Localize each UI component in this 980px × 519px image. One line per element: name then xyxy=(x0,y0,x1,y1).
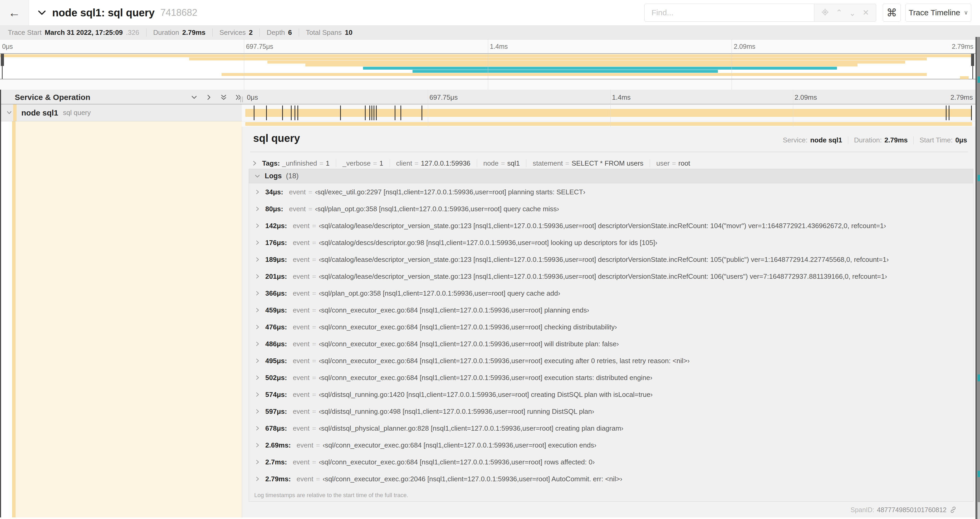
log-event-marker xyxy=(254,105,255,120)
trace-title: node sql1: sql query xyxy=(52,7,154,19)
log-field-value: ‹sql/conn_executor_exec.go:684 [nsql1,cl… xyxy=(319,458,595,466)
log-event-marker xyxy=(374,105,374,120)
find-input[interactable] xyxy=(644,4,814,22)
minimap-span xyxy=(0,54,973,57)
tag-divider xyxy=(526,159,527,167)
log-row[interactable]: 80μs:event=‹sql/plan_opt.go:358 [nsql1,c… xyxy=(249,200,973,217)
right-edge-scrollbar[interactable] xyxy=(975,37,980,519)
chevron-right-icon xyxy=(255,189,265,195)
log-row[interactable]: 678μs:event=‹sql/distsql_physical_planne… xyxy=(249,420,973,437)
deep-link-icon[interactable] xyxy=(949,506,957,514)
tag-item[interactable]: user=root xyxy=(656,159,690,168)
log-row[interactable]: 2.79ms:event=‹sql/conn_executor_exec.go:… xyxy=(249,471,973,487)
minimap-span xyxy=(221,73,927,76)
trace-summary-bar: Trace StartMarch 31 2022, 17:25:09.326Du… xyxy=(0,26,980,40)
meta-divider xyxy=(848,136,848,144)
log-field-name: event xyxy=(293,323,310,331)
log-field-value: ‹sql/catalog/lease/descriptor_version_st… xyxy=(319,256,889,264)
minimap-span xyxy=(412,70,718,73)
log-row[interactable]: 176μs:event=‹sql/catalog/descs/descripto… xyxy=(249,234,973,251)
log-row[interactable]: 142μs:event=‹sql/catalog/lease/descripto… xyxy=(249,217,973,234)
keyboard-shortcuts-button[interactable]: ⌘ xyxy=(883,4,901,22)
minimap-viewport-end-knob[interactable] xyxy=(971,54,974,66)
log-row[interactable]: 2.7ms:event=‹sql/conn_executor_exec.go:6… xyxy=(249,454,973,471)
tag-item[interactable]: statement=SELECT * FROM users xyxy=(533,159,643,168)
log-event-marker xyxy=(376,105,377,120)
log-row[interactable]: 574μs:event=‹sql/distsql_running.go:1420… xyxy=(249,386,973,403)
clear-find-icon[interactable]: ✕ xyxy=(862,9,869,17)
log-row[interactable]: 189μs:event=‹sql/catalog/lease/descripto… xyxy=(249,251,973,268)
log-field-value: ‹sql/catalog/lease/descriptor_version_st… xyxy=(319,272,887,281)
log-row[interactable]: 34μs:event=‹sql/exec_util.go:2297 [nsql1… xyxy=(249,184,973,200)
span-detail-panel: sql query Service:node sql1Duration:2.79… xyxy=(242,126,975,517)
minimap-viewport-start-knob[interactable] xyxy=(1,54,4,66)
log-row[interactable]: 2.69ms:event=‹sql/conn_executor_exec.go:… xyxy=(249,437,973,454)
log-row[interactable]: 495μs:event=‹sql/conn_executor_exec.go:6… xyxy=(249,352,973,369)
detail-meta-item: Start Time:0μs xyxy=(920,136,967,144)
tag-item[interactable]: _verbose=1 xyxy=(342,159,383,168)
log-field-name: event xyxy=(293,458,310,466)
span-collapse-chevron-icon[interactable] xyxy=(6,109,13,117)
column-resizer-handle[interactable] xyxy=(240,96,243,102)
ruler-tick-label: 0μs xyxy=(247,93,258,102)
log-timestamp: 176μs: xyxy=(265,239,287,247)
chevron-right-icon xyxy=(255,476,265,482)
trace-minimap[interactable]: 0μs697.75μs1.4ms2.09ms2.79ms xyxy=(0,40,980,89)
log-timestamp: 366μs: xyxy=(265,289,287,297)
chevron-right-icon xyxy=(255,307,265,313)
log-event-marker xyxy=(369,105,370,120)
tags-row[interactable]: Tags: _unfinished=1_verbose=1client=127.… xyxy=(251,157,690,169)
span-row-label[interactable]: node sql1 sql query xyxy=(1,104,242,121)
log-field-value: ‹sql/conn_executor_exec.go:684 [nsql1,cl… xyxy=(319,306,589,315)
detail-meta-item: Duration:2.79ms xyxy=(854,136,908,144)
chevron-right-icon xyxy=(255,459,265,465)
trace-summary-item: Duration2.79ms xyxy=(153,29,213,37)
log-field-name: event xyxy=(293,306,310,315)
back-button[interactable]: ← xyxy=(0,0,29,25)
log-field-name: event xyxy=(293,340,310,348)
minimap-span xyxy=(960,76,969,79)
log-row[interactable]: 366μs:event=‹sql/plan_opt.go:358 [nsql1,… xyxy=(249,285,973,302)
trace-collapse-chevron-icon[interactable] xyxy=(37,10,46,16)
tag-item[interactable]: client=127.0.0.1:59936 xyxy=(396,159,471,168)
chevron-right-icon xyxy=(255,391,265,398)
trace-view-selector[interactable]: Trace Timeline ∨ xyxy=(905,4,971,22)
minimap-gridline xyxy=(732,40,732,89)
span-detail-meta: Service:node sql1Duration:2.79msStart Ti… xyxy=(783,136,967,144)
find-controls: ⌃ ⌃ ✕ xyxy=(814,4,876,22)
log-row[interactable]: 201μs:event=‹sql/catalog/lease/descripto… xyxy=(249,268,973,285)
collapse-one-icon[interactable] xyxy=(190,93,198,101)
minimap-gridline xyxy=(244,40,244,89)
detail-span-bar[interactable] xyxy=(245,122,972,126)
detail-meta-item: Service:node sql1 xyxy=(783,136,842,144)
chevron-right-icon xyxy=(255,324,265,330)
log-field-name: event xyxy=(293,374,310,382)
chevron-right-icon xyxy=(255,206,265,212)
collapse-all-icon[interactable] xyxy=(220,93,228,101)
prev-match-icon[interactable]: ⌃ xyxy=(836,9,842,17)
expand-one-icon[interactable] xyxy=(205,93,213,101)
log-event-marker xyxy=(340,105,341,120)
match-highlight-icon[interactable] xyxy=(821,8,829,18)
span-bar[interactable] xyxy=(245,109,972,117)
log-row[interactable]: 502μs:event=‹sql/conn_executor_exec.go:6… xyxy=(249,369,973,386)
chevron-right-icon xyxy=(251,160,258,166)
ruler-tick-label: 697.75μs xyxy=(430,93,458,102)
span-row-track xyxy=(242,104,975,121)
tag-item[interactable]: _unfinished=1 xyxy=(282,159,329,168)
chevron-right-icon xyxy=(255,409,265,414)
page-header: ← node sql1: sql query 7418682 ⌃ ⌃ ✕ xyxy=(0,0,980,26)
log-timestamp: 201μs: xyxy=(265,272,287,281)
log-row[interactable]: 459μs:event=‹sql/conn_executor_exec.go:6… xyxy=(249,302,973,319)
tag-divider xyxy=(390,159,390,167)
log-row[interactable]: 476μs:event=‹sql/conn_executor_exec.go:6… xyxy=(249,319,973,335)
chevron-down-icon xyxy=(254,173,261,179)
log-row[interactable]: 486μs:event=‹sql/conn_executor_exec.go:6… xyxy=(249,335,973,352)
logs-header[interactable]: Logs (18) xyxy=(249,169,973,183)
trace-summary-item: Depth6 xyxy=(267,29,299,37)
log-row[interactable]: 597μs:event=‹sql/distsql_running.go:498 … xyxy=(249,403,973,420)
log-field-name: event xyxy=(293,222,310,230)
tag-item[interactable]: node=sql1 xyxy=(484,159,520,168)
next-match-icon[interactable]: ⌃ xyxy=(849,9,856,17)
service-color-stripe xyxy=(12,121,16,517)
